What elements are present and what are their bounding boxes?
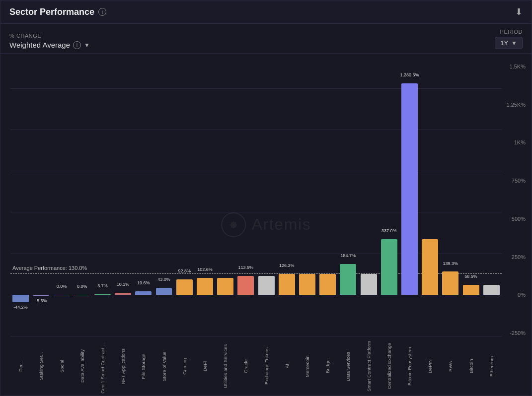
bar[interactable] [279, 274, 295, 295]
y-axis-label: 1K% [514, 139, 526, 145]
bar-group: 0.0% [72, 64, 92, 336]
bar-value-label: -5.6% [31, 298, 51, 303]
bar[interactable] [442, 271, 458, 294]
x-axis-label: DeFi [202, 339, 208, 394]
bar-value-label: 113.5% [235, 265, 256, 270]
download-icon[interactable]: ⬇ [515, 6, 523, 17]
bar[interactable] [217, 278, 233, 295]
bar-group: 58.5% [460, 64, 481, 336]
x-label-group: Centralized Exchange [379, 336, 399, 396]
bar[interactable] [422, 239, 438, 295]
x-label-group: Store of Value [153, 336, 174, 396]
bar[interactable] [33, 295, 49, 296]
bar[interactable] [361, 274, 377, 295]
x-label-group: Oracle [235, 336, 256, 396]
bar[interactable] [463, 285, 479, 294]
bar[interactable] [12, 295, 29, 302]
x-label-group: Exchange Tokens [256, 336, 276, 396]
bar-value-label: 337.0% [379, 228, 399, 233]
x-label-group: Bitcoin Ecosystem [399, 336, 420, 396]
bars-container: -44.2%-5.6%0.0%0.0%3.7%10.1%19.6%43.0%92… [10, 64, 502, 336]
x-label-group: NFT Applications [113, 336, 133, 396]
header: Sector Performance i ⬇ [0, 0, 532, 24]
x-axis-label: Bitcoin [468, 339, 474, 394]
x-label-group: Ethereum [481, 336, 502, 396]
bar-value-label: 10.1% [113, 282, 133, 287]
x-label-group: Bridge [317, 336, 338, 396]
bar[interactable] [381, 239, 397, 295]
weighted-info-icon[interactable]: i [73, 41, 81, 49]
bar-group [358, 64, 379, 336]
title-info-icon[interactable]: i [98, 8, 106, 16]
weighted-avg-button[interactable]: Weighted Average i ▼ [9, 41, 90, 49]
x-label-group: AI [277, 336, 297, 396]
bar-value-label: 1,280.5% [399, 72, 420, 77]
bar-group: 10.1% [113, 64, 133, 336]
bar[interactable] [299, 274, 315, 295]
x-axis-labels: Per...Staking Ser...SocialData Availabil… [10, 336, 502, 396]
bar[interactable] [340, 264, 356, 294]
bar-value-label: 184.7% [338, 253, 358, 258]
bar[interactable] [401, 83, 418, 295]
bar-group: 113.5% [235, 64, 256, 336]
weighted-avg-label: Weighted Average [9, 41, 70, 49]
bar[interactable] [176, 279, 193, 295]
bar[interactable] [258, 276, 275, 295]
bar-group: 102.6% [195, 64, 215, 336]
y-axis: 1.5K%1.25K%1K%750%500%250%0%-250% [506, 64, 526, 336]
bar[interactable] [197, 278, 213, 295]
bar-group [215, 64, 235, 336]
x-axis-label: Bridge [325, 339, 330, 394]
x-axis-label: Ethereum [489, 339, 494, 394]
x-axis-label: Staking Ser... [38, 339, 44, 394]
x-label-group: Gen 1 Smart Contract Platform [92, 336, 113, 396]
bar[interactable] [237, 276, 254, 295]
sector-performance-widget: Sector Performance i ⬇ % CHANGE Weighted… [0, 0, 532, 396]
bar[interactable] [115, 293, 131, 294]
x-label-group: Utilities and Services [215, 336, 235, 396]
x-label-group: Data Services [338, 336, 358, 396]
x-axis-label: Per... [18, 339, 23, 394]
bar-value-label: 139.3% [440, 261, 460, 266]
bar[interactable] [319, 274, 336, 295]
x-label-group: RWA [440, 336, 460, 396]
y-axis-label: 1.25K% [506, 102, 526, 108]
bar[interactable] [54, 295, 70, 296]
bar-value-label: 126.3% [277, 263, 297, 268]
bar-value-label: 19.6% [133, 280, 153, 285]
y-axis-label: 750% [512, 178, 526, 184]
page-title: Sector Performance [9, 7, 94, 17]
bar[interactable] [135, 291, 152, 295]
period-select[interactable]: 1Y ▼ [495, 37, 523, 49]
bar-value-label: 43.0% [153, 277, 174, 282]
x-axis-label: Exchange Tokens [264, 339, 269, 394]
x-label-group: Data Availability [72, 336, 92, 396]
bar-value-label: 3.7% [92, 283, 113, 288]
x-axis-label: Store of Value [161, 339, 167, 394]
x-axis-label: Data Availability [79, 339, 85, 394]
bar[interactable] [94, 294, 111, 295]
bar[interactable] [483, 285, 500, 294]
bar[interactable] [156, 288, 172, 295]
x-label-group: Smart Contract Platform [358, 336, 379, 396]
chart-area: ⎈ Artemis Average Performance: 130.0%1.5… [0, 54, 532, 396]
bar-group [317, 64, 338, 336]
bar-group: 139.3% [440, 64, 460, 336]
bar-value-label: 58.5% [460, 274, 481, 279]
bar-group [420, 64, 440, 336]
y-axis-label: -250% [510, 330, 526, 336]
period-label: PERIOD [500, 29, 523, 35]
bar[interactable] [74, 295, 90, 296]
change-control: % CHANGE Weighted Average i ▼ [9, 33, 90, 49]
x-axis-label: Gen 1 Smart Contract Platform [100, 339, 105, 394]
bar-group: -5.6% [31, 64, 51, 336]
change-label: % CHANGE [9, 33, 90, 39]
x-axis-label: Memecoin [304, 339, 310, 394]
period-chevron-icon: ▼ [511, 40, 517, 47]
bar-group [481, 64, 502, 336]
bar-group: 92.8% [174, 64, 195, 336]
y-axis-label: 250% [512, 254, 526, 260]
bar-group: 1,280.5% [399, 64, 420, 336]
x-label-group: Gaming [174, 336, 195, 396]
x-label-group: Bitcoin [460, 336, 481, 396]
